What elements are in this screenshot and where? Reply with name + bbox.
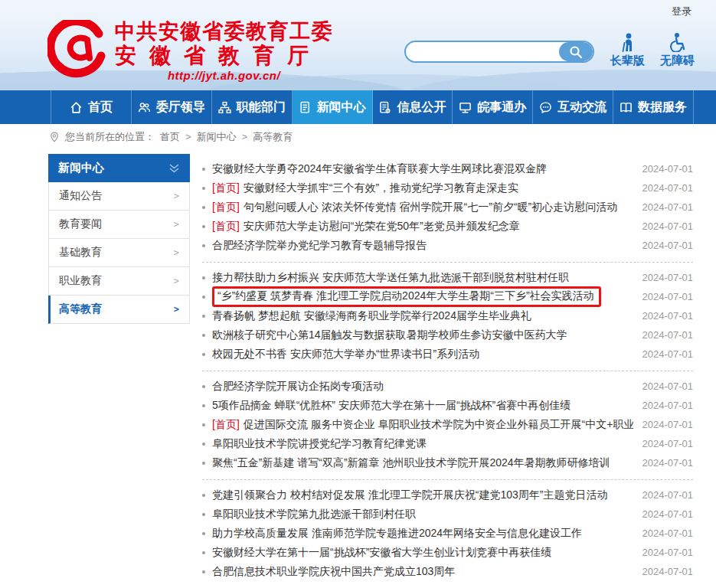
nav-item-label: 职能部门 — [237, 100, 286, 116]
wheelchair-icon — [668, 32, 688, 52]
news-link[interactable]: 欧洲核子研究中心第14届触发与数据获取暑期学校师生参访安徽中医药大学 — [212, 328, 567, 342]
sidebar-item-basic-education[interactable]: 基础教育> — [48, 239, 190, 267]
sidebar-item-vocational-education[interactable]: 职业教育> — [48, 267, 190, 296]
news-date: 2024-07-01 — [633, 310, 694, 322]
nav-item-label: 互动交流 — [557, 100, 606, 116]
news-row: 5项作品摘金 蝉联“优胜杯” 安庆师范大学在第十一届“挑战杯”省赛中再创佳绩20… — [202, 396, 693, 415]
search-bar — [404, 41, 594, 63]
news-link[interactable]: 聚焦“五金”新基建 谱写“双高”新篇章 池州职业技术学院开展2024年暑期教师研… — [212, 456, 610, 470]
news-row: 合肥信息技术职业学院庆祝中国共产党成立103周年2024-07-01 — [202, 562, 693, 581]
chevron-right-icon: > — [174, 247, 179, 258]
sidebar-header-news-center[interactable]: 新闻中心 — [48, 154, 190, 182]
news-link[interactable]: 青春扬帆 梦想起航 安徽绿海商务职业学院举行2024届学生毕业典礼 — [212, 309, 531, 323]
news-link[interactable]: 阜阳职业技术学院讲授党纪学习教育纪律党课 — [212, 437, 427, 451]
double-chevron-down-icon — [168, 163, 180, 174]
bullet-icon — [202, 570, 205, 573]
news-link[interactable]: 5项作品摘金 蝉联“优胜杯” 安庆师范大学在第十一届“挑战杯”省赛中再创佳绩 — [212, 399, 571, 413]
news-row: 合肥经济学院开展访企拓岗专项活动2024-07-01 — [202, 377, 693, 396]
frontpage-tag: [首页] — [212, 220, 240, 234]
news-row: 校园无处不书香 安庆师范大学举办“世界读书日”系列活动2024-07-01 — [202, 345, 693, 364]
org-titles: 中共安徽省委教育工委 安徽省教育厅 http://jyt.ah.gov.cn/ — [115, 20, 333, 82]
sidebar-item-label: 教育要闻 — [59, 217, 102, 231]
sidebar-item-label: 高等教育 — [59, 302, 102, 316]
nav-item-home[interactable]: 首页 — [51, 90, 132, 124]
bullet-icon — [202, 532, 205, 535]
logo-swirl-icon — [47, 20, 109, 81]
leaders-icon — [138, 101, 151, 114]
data-book-icon — [620, 101, 633, 114]
news-link[interactable]: 校园无处不书香 安庆师范大学举办“世界读书日”系列活动 — [212, 348, 479, 361]
nav-item-interaction[interactable]: 互动交流 — [533, 90, 613, 124]
accessibility-button[interactable]: 无障碍 — [660, 32, 695, 68]
breadcrumb-news-center[interactable]: 新闻中心 — [197, 130, 237, 144]
news-link[interactable]: 安徽财经大学在第十一届“挑战杯”安徽省大学生创业计划竞赛中再获佳绩 — [212, 546, 551, 560]
news-link[interactable]: 合肥信息技术职业学院庆祝中国共产党成立103周年 — [212, 565, 455, 579]
news-link[interactable]: 接力帮扶助力乡村振兴 安庆师范大学送任第九批选派干部到脱贫村驻村任职 — [212, 271, 569, 285]
news-link[interactable]: 合肥经济学院开展访企拓岗专项活动 — [212, 380, 384, 394]
news-link[interactable]: “乡”约盛夏 筑梦青春 淮北理工学院启动2024年大学生暑期“三下乡”社会实践活… — [217, 289, 594, 303]
news-row: 聚焦“五金”新基建 谱写“双高”新篇章 池州职业技术学院开展2024年暑期教师研… — [202, 453, 693, 472]
nav-item-leaders[interactable]: 委厅领导 — [132, 90, 212, 124]
search-input[interactable] — [406, 42, 559, 61]
login-link[interactable]: 登录 — [672, 5, 691, 18]
nav-item-label: 数据服务 — [638, 100, 687, 116]
news-date: 2024-07-01 — [633, 400, 694, 411]
nav-item-news-center[interactable]: 新闻中心 — [293, 90, 373, 124]
news-link[interactable]: 促进国际交流 服务中资企业 阜阳职业技术学院为中资企业外籍员工开展“中文+职业技… — [244, 418, 633, 432]
services-monitor-icon — [459, 101, 472, 114]
org-title-line1: 中共安徽省委教育工委 — [115, 20, 333, 43]
frontpage-tag: [首页] — [212, 201, 240, 214]
news-row: 接力帮扶助力乡村振兴 安庆师范大学送任第九批选派干部到脱贫村驻村任职2024-0… — [202, 268, 693, 287]
news-date: 2024-07-01 — [633, 547, 694, 558]
bullet-icon — [202, 334, 205, 337]
bullet-icon — [202, 494, 205, 497]
news-link[interactable]: 句句慰问暖人心 浓浓关怀传党情 宿州学院开展“七一”前夕“暖”初心走访慰问活动 — [244, 201, 617, 214]
news-link[interactable]: 安徽财经大学勇夺2024年安徽省学生体育联赛大学生网球比赛混双金牌 — [212, 162, 547, 176]
breadcrumb-current: 高等教育 — [253, 130, 293, 144]
main-nav: 首页 委厅领导 职能部门 新闻中心 — [0, 90, 716, 124]
news-link[interactable]: 党建引领聚合力 校村结对促发展 淮北理工学院开展庆祝“建党103周年”主题党日活… — [212, 488, 607, 502]
chevron-right-icon: > — [174, 191, 179, 201]
news-date: 2024-07-01 — [633, 240, 694, 251]
news-row: [首页]句句慰问暖人心 浓浓关怀传党情 宿州学院开展“七一”前夕“暖”初心走访慰… — [202, 198, 693, 217]
nav-item-label: 信息公开 — [397, 100, 446, 116]
news-link[interactable]: 安徽财经大学抓牢“三个有效”，推动党纪学习教育走深走实 — [244, 181, 518, 195]
chat-icon — [539, 101, 552, 114]
news-link[interactable]: 安庆师范大学走访慰问“光荣在党50年”老党员并颁发纪念章 — [244, 220, 520, 234]
news-date: 2024-07-01 — [633, 508, 694, 520]
bullet-icon — [202, 315, 205, 318]
bullet-icon — [202, 276, 205, 279]
bullet-icon — [202, 225, 205, 228]
nav-item-wanshitongban[interactable]: 皖事通办 — [453, 90, 533, 124]
news-link[interactable]: 助力学校高质量发展 淮南师范学院专题推进2024年网络安全与信息化建设工作 — [212, 527, 582, 541]
news-date: 2024-07-01 — [633, 528, 694, 539]
bullet-icon — [202, 385, 205, 388]
sidebar-item-notices[interactable]: 通知公告> — [48, 182, 190, 211]
nav-item-label: 首页 — [88, 100, 113, 116]
sidebar: 新闻中心 通知公告> 教育要闻> 基础教育> 职业教育> 高等教育> — [48, 154, 190, 588]
nav-item-data-services[interactable]: 数据服务 — [613, 90, 694, 124]
bullet-icon — [202, 206, 205, 209]
bullet-icon — [202, 462, 205, 465]
news-date: 2024-07-01 — [633, 566, 694, 577]
nav-item-info-disclosure[interactable]: 信息公开 — [373, 90, 453, 124]
sidebar-item-education-news[interactable]: 教育要闻> — [48, 211, 190, 239]
sidebar-item-label: 基础教育 — [59, 246, 102, 260]
news-link[interactable]: 合肥经济学院举办党纪学习教育专题辅导报告 — [212, 239, 427, 253]
bullet-icon — [202, 404, 205, 407]
elder-version-button[interactable]: 长辈版 — [610, 32, 645, 68]
site-logo[interactable]: 中共安徽省委教育工委 安徽省教育厅 http://jyt.ah.gov.cn/ — [47, 20, 333, 82]
news-link[interactable]: 阜阳职业技术学院第九批选派干部到村任职 — [212, 508, 416, 521]
search-button[interactable] — [559, 42, 593, 61]
news-row: 阜阳职业技术学院第九批选派干部到村任职2024-07-01 — [202, 505, 693, 524]
breadcrumb-home[interactable]: 首页 — [160, 130, 180, 144]
search-icon — [569, 45, 583, 59]
news-date: 2024-07-01 — [633, 438, 694, 449]
news-group: 合肥经济学院开展访企拓岗专项活动2024-07-01 5项作品摘金 蝉联“优胜杯… — [202, 371, 693, 480]
sidebar-item-higher-education[interactable]: 高等教育> — [48, 296, 190, 324]
news-date: 2024-07-01 — [633, 348, 694, 360]
elder-version-label: 长辈版 — [610, 54, 645, 68]
news-row: 青春扬帆 梦想起航 安徽绿海商务职业学院举行2024届学生毕业典礼2024-07… — [202, 306, 693, 325]
frontpage-tag: [首页] — [212, 418, 240, 432]
nav-item-departments[interactable]: 职能部门 — [212, 90, 293, 124]
